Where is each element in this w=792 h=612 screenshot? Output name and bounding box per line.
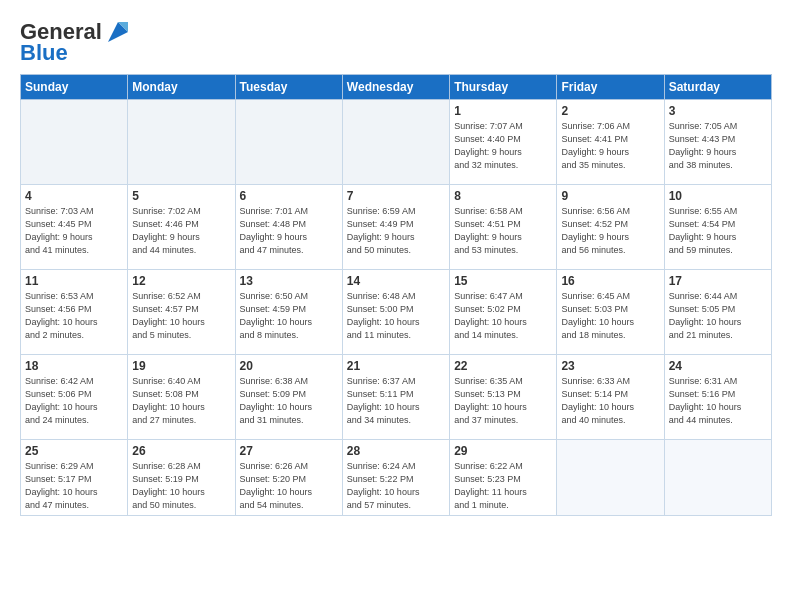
calendar-cell: 15Sunrise: 6:47 AM Sunset: 5:02 PM Dayli… <box>450 270 557 355</box>
day-number: 9 <box>561 189 659 203</box>
day-info: Sunrise: 6:40 AM Sunset: 5:08 PM Dayligh… <box>132 375 230 427</box>
header-cell-sunday: Sunday <box>21 75 128 100</box>
day-info: Sunrise: 6:37 AM Sunset: 5:11 PM Dayligh… <box>347 375 445 427</box>
calendar-cell: 4Sunrise: 7:03 AM Sunset: 4:45 PM Daylig… <box>21 185 128 270</box>
day-info: Sunrise: 6:44 AM Sunset: 5:05 PM Dayligh… <box>669 290 767 342</box>
calendar-table: SundayMondayTuesdayWednesdayThursdayFrid… <box>20 74 772 516</box>
logo: General Blue <box>20 18 132 64</box>
day-number: 5 <box>132 189 230 203</box>
calendar-cell: 23Sunrise: 6:33 AM Sunset: 5:14 PM Dayli… <box>557 355 664 440</box>
calendar-header-row: SundayMondayTuesdayWednesdayThursdayFrid… <box>21 75 772 100</box>
calendar-cell: 25Sunrise: 6:29 AM Sunset: 5:17 PM Dayli… <box>21 440 128 516</box>
header-cell-saturday: Saturday <box>664 75 771 100</box>
day-info: Sunrise: 6:24 AM Sunset: 5:22 PM Dayligh… <box>347 460 445 512</box>
calendar-cell: 16Sunrise: 6:45 AM Sunset: 5:03 PM Dayli… <box>557 270 664 355</box>
day-info: Sunrise: 7:01 AM Sunset: 4:48 PM Dayligh… <box>240 205 338 257</box>
day-number: 25 <box>25 444 123 458</box>
calendar-cell: 6Sunrise: 7:01 AM Sunset: 4:48 PM Daylig… <box>235 185 342 270</box>
calendar-cell: 11Sunrise: 6:53 AM Sunset: 4:56 PM Dayli… <box>21 270 128 355</box>
logo-icon <box>104 18 132 46</box>
calendar-cell: 10Sunrise: 6:55 AM Sunset: 4:54 PM Dayli… <box>664 185 771 270</box>
calendar-cell: 26Sunrise: 6:28 AM Sunset: 5:19 PM Dayli… <box>128 440 235 516</box>
calendar-cell: 5Sunrise: 7:02 AM Sunset: 4:46 PM Daylig… <box>128 185 235 270</box>
day-info: Sunrise: 7:07 AM Sunset: 4:40 PM Dayligh… <box>454 120 552 172</box>
day-number: 2 <box>561 104 659 118</box>
day-info: Sunrise: 7:02 AM Sunset: 4:46 PM Dayligh… <box>132 205 230 257</box>
day-info: Sunrise: 6:47 AM Sunset: 5:02 PM Dayligh… <box>454 290 552 342</box>
calendar-cell: 3Sunrise: 7:05 AM Sunset: 4:43 PM Daylig… <box>664 100 771 185</box>
calendar-cell <box>21 100 128 185</box>
day-info: Sunrise: 7:06 AM Sunset: 4:41 PM Dayligh… <box>561 120 659 172</box>
calendar-cell: 22Sunrise: 6:35 AM Sunset: 5:13 PM Dayli… <box>450 355 557 440</box>
logo-text-blue: Blue <box>20 42 68 64</box>
calendar-week-3: 11Sunrise: 6:53 AM Sunset: 4:56 PM Dayli… <box>21 270 772 355</box>
day-number: 7 <box>347 189 445 203</box>
header-cell-monday: Monday <box>128 75 235 100</box>
calendar-cell: 20Sunrise: 6:38 AM Sunset: 5:09 PM Dayli… <box>235 355 342 440</box>
calendar-cell <box>664 440 771 516</box>
day-info: Sunrise: 6:28 AM Sunset: 5:19 PM Dayligh… <box>132 460 230 512</box>
day-number: 1 <box>454 104 552 118</box>
day-number: 8 <box>454 189 552 203</box>
calendar-cell: 12Sunrise: 6:52 AM Sunset: 4:57 PM Dayli… <box>128 270 235 355</box>
calendar-cell <box>128 100 235 185</box>
day-number: 4 <box>25 189 123 203</box>
calendar-cell: 29Sunrise: 6:22 AM Sunset: 5:23 PM Dayli… <box>450 440 557 516</box>
day-number: 24 <box>669 359 767 373</box>
day-info: Sunrise: 6:29 AM Sunset: 5:17 PM Dayligh… <box>25 460 123 512</box>
day-info: Sunrise: 6:52 AM Sunset: 4:57 PM Dayligh… <box>132 290 230 342</box>
day-number: 20 <box>240 359 338 373</box>
calendar-week-4: 18Sunrise: 6:42 AM Sunset: 5:06 PM Dayli… <box>21 355 772 440</box>
day-info: Sunrise: 6:59 AM Sunset: 4:49 PM Dayligh… <box>347 205 445 257</box>
day-number: 17 <box>669 274 767 288</box>
day-number: 28 <box>347 444 445 458</box>
calendar-cell: 1Sunrise: 7:07 AM Sunset: 4:40 PM Daylig… <box>450 100 557 185</box>
calendar-cell <box>342 100 449 185</box>
calendar-cell: 27Sunrise: 6:26 AM Sunset: 5:20 PM Dayli… <box>235 440 342 516</box>
day-number: 11 <box>25 274 123 288</box>
calendar-cell: 8Sunrise: 6:58 AM Sunset: 4:51 PM Daylig… <box>450 185 557 270</box>
header-cell-thursday: Thursday <box>450 75 557 100</box>
day-info: Sunrise: 6:22 AM Sunset: 5:23 PM Dayligh… <box>454 460 552 512</box>
day-number: 27 <box>240 444 338 458</box>
day-number: 10 <box>669 189 767 203</box>
day-info: Sunrise: 6:58 AM Sunset: 4:51 PM Dayligh… <box>454 205 552 257</box>
calendar-cell: 17Sunrise: 6:44 AM Sunset: 5:05 PM Dayli… <box>664 270 771 355</box>
calendar-week-1: 1Sunrise: 7:07 AM Sunset: 4:40 PM Daylig… <box>21 100 772 185</box>
day-info: Sunrise: 6:42 AM Sunset: 5:06 PM Dayligh… <box>25 375 123 427</box>
day-info: Sunrise: 6:55 AM Sunset: 4:54 PM Dayligh… <box>669 205 767 257</box>
day-number: 18 <box>25 359 123 373</box>
day-info: Sunrise: 6:50 AM Sunset: 4:59 PM Dayligh… <box>240 290 338 342</box>
calendar-cell: 24Sunrise: 6:31 AM Sunset: 5:16 PM Dayli… <box>664 355 771 440</box>
day-info: Sunrise: 7:05 AM Sunset: 4:43 PM Dayligh… <box>669 120 767 172</box>
calendar-cell: 19Sunrise: 6:40 AM Sunset: 5:08 PM Dayli… <box>128 355 235 440</box>
page: General Blue SundayMondayTuesdayWednesda… <box>0 0 792 526</box>
day-number: 13 <box>240 274 338 288</box>
calendar-cell: 14Sunrise: 6:48 AM Sunset: 5:00 PM Dayli… <box>342 270 449 355</box>
header-cell-tuesday: Tuesday <box>235 75 342 100</box>
day-number: 19 <box>132 359 230 373</box>
calendar-week-2: 4Sunrise: 7:03 AM Sunset: 4:45 PM Daylig… <box>21 185 772 270</box>
calendar-cell <box>235 100 342 185</box>
day-info: Sunrise: 6:48 AM Sunset: 5:00 PM Dayligh… <box>347 290 445 342</box>
header: General Blue <box>20 18 772 64</box>
header-cell-wednesday: Wednesday <box>342 75 449 100</box>
calendar-week-5: 25Sunrise: 6:29 AM Sunset: 5:17 PM Dayli… <box>21 440 772 516</box>
day-info: Sunrise: 6:53 AM Sunset: 4:56 PM Dayligh… <box>25 290 123 342</box>
day-number: 12 <box>132 274 230 288</box>
calendar-cell: 13Sunrise: 6:50 AM Sunset: 4:59 PM Dayli… <box>235 270 342 355</box>
day-info: Sunrise: 6:56 AM Sunset: 4:52 PM Dayligh… <box>561 205 659 257</box>
day-number: 14 <box>347 274 445 288</box>
day-info: Sunrise: 7:03 AM Sunset: 4:45 PM Dayligh… <box>25 205 123 257</box>
day-number: 16 <box>561 274 659 288</box>
day-info: Sunrise: 6:45 AM Sunset: 5:03 PM Dayligh… <box>561 290 659 342</box>
day-info: Sunrise: 6:38 AM Sunset: 5:09 PM Dayligh… <box>240 375 338 427</box>
day-number: 23 <box>561 359 659 373</box>
day-info: Sunrise: 6:26 AM Sunset: 5:20 PM Dayligh… <box>240 460 338 512</box>
day-number: 3 <box>669 104 767 118</box>
calendar-cell: 2Sunrise: 7:06 AM Sunset: 4:41 PM Daylig… <box>557 100 664 185</box>
day-info: Sunrise: 6:31 AM Sunset: 5:16 PM Dayligh… <box>669 375 767 427</box>
calendar-cell: 21Sunrise: 6:37 AM Sunset: 5:11 PM Dayli… <box>342 355 449 440</box>
day-number: 15 <box>454 274 552 288</box>
day-number: 29 <box>454 444 552 458</box>
